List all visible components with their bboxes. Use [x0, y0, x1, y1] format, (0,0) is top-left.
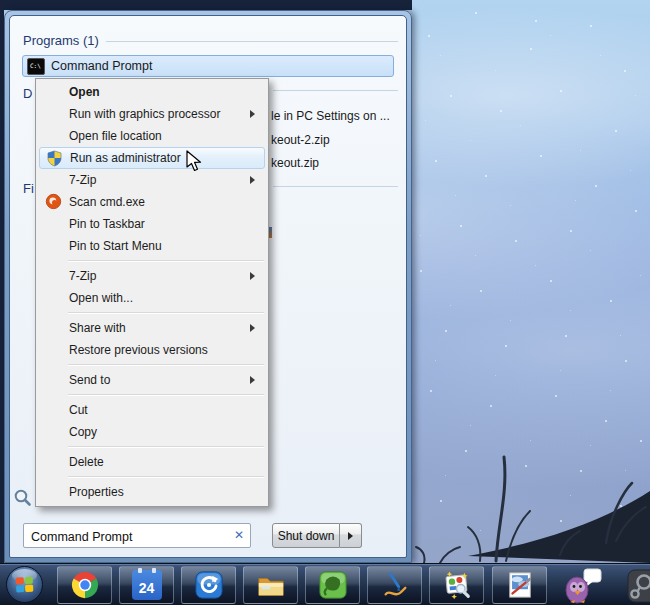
- menu-item-restore-previous-versions[interactable]: Restore previous versions: [39, 339, 265, 361]
- menu-item-cut[interactable]: Cut: [39, 399, 265, 421]
- chrome-icon: [70, 570, 100, 600]
- search-input[interactable]: [29, 525, 228, 548]
- menu-item-share-with[interactable]: Share with: [39, 317, 265, 339]
- taskbar: 24: [0, 563, 650, 605]
- menu-item-open-file-location[interactable]: Open file location: [39, 125, 265, 147]
- uac-shield-icon: [46, 150, 63, 167]
- shutdown-options-button[interactable]: [340, 523, 362, 548]
- context-menu: Open Run with graphics processor Open fi…: [35, 78, 269, 507]
- menu-item-run-as-administrator[interactable]: Run as administrator: [39, 147, 265, 169]
- windows-logo-icon: [15, 576, 34, 593]
- search-box[interactable]: ✕: [23, 523, 251, 548]
- calendar-icon: 24: [132, 570, 162, 600]
- taskbar-app-evernote[interactable]: [305, 566, 360, 604]
- menu-item-pin-to-taskbar[interactable]: Pin to Taskbar: [39, 213, 265, 235]
- files-section-header-fragment: Fi: [23, 181, 34, 196]
- section-divider: [273, 90, 398, 91]
- taskbar-app-photo-editor[interactable]: [429, 566, 484, 604]
- right-arrow-icon: [348, 532, 353, 540]
- see-more-results-magnifier-icon[interactable]: [13, 488, 32, 507]
- section-divider: [273, 186, 398, 187]
- command-prompt-icon: C:\: [27, 58, 45, 75]
- photo-viewer-icon: [506, 570, 534, 600]
- menu-item-properties[interactable]: Properties: [39, 481, 265, 503]
- photo-wand-icon: [442, 570, 472, 600]
- programs-section-header: Programs (1): [23, 33, 99, 48]
- menu-item-delete[interactable]: Delete: [39, 451, 265, 473]
- search-result-partial[interactable]: keout-2.zip: [271, 133, 330, 147]
- menu-separator: [68, 260, 264, 262]
- section-divider: [106, 41, 398, 42]
- taskbar-app-chrome[interactable]: [57, 566, 112, 604]
- taskbar-app-pidgin[interactable]: [560, 568, 604, 604]
- svg-text:C:\: C:\: [30, 62, 41, 69]
- shutdown-button-group: Shut down: [272, 523, 362, 548]
- menu-item-scan-cmd[interactable]: Scan cmd.exe: [39, 191, 265, 213]
- background-window-edge: [0, 0, 412, 10]
- pidgin-penguin-icon: [560, 568, 604, 604]
- grass-silhouette: [410, 423, 650, 563]
- search-result-partial[interactable]: keout.zip: [271, 156, 319, 170]
- search-result-command-prompt[interactable]: C:\ Command Prompt: [22, 55, 394, 77]
- steam-icon: [627, 568, 650, 604]
- menu-separator: [68, 476, 264, 478]
- search-result-partial[interactable]: le in PC Settings on ...: [271, 109, 390, 123]
- menu-item-label: Scan cmd.exe: [69, 195, 145, 209]
- evernote-elephant-icon: [318, 570, 348, 600]
- menu-separator: [68, 312, 264, 314]
- menu-item-send-to[interactable]: Send to: [39, 369, 265, 391]
- taskbar-app-calendar[interactable]: 24: [119, 566, 174, 604]
- taskbar-app-explorer[interactable]: [243, 566, 298, 604]
- mouse-cursor: [186, 150, 208, 174]
- folder-icon: [256, 571, 286, 599]
- menu-item-copy[interactable]: Copy: [39, 421, 265, 443]
- pen-icon: [380, 570, 410, 600]
- menu-separator: [68, 394, 264, 396]
- circular-arrow-icon: [194, 570, 224, 600]
- taskbar-app-photo-viewer[interactable]: [492, 566, 547, 604]
- adaware-scan-icon: [45, 193, 62, 210]
- taskbar-app-pen-notes[interactable]: [367, 566, 422, 604]
- start-button[interactable]: [6, 566, 43, 603]
- result-label: Command Prompt: [51, 59, 152, 73]
- menu-item-7zip-top[interactable]: 7-Zip: [39, 169, 265, 191]
- menu-separator: [68, 446, 264, 448]
- menu-separator: [68, 364, 264, 366]
- menu-item-7zip[interactable]: 7-Zip: [39, 265, 265, 287]
- menu-item-open[interactable]: Open: [39, 81, 265, 103]
- taskbar-app-sync[interactable]: [181, 566, 236, 604]
- clear-search-icon[interactable]: ✕: [234, 528, 244, 542]
- search-row: ✕ Shut down: [23, 523, 398, 550]
- taskbar-app-steam[interactable]: [627, 568, 650, 604]
- menu-item-open-with[interactable]: Open with...: [39, 287, 265, 309]
- shutdown-button[interactable]: Shut down: [272, 523, 340, 548]
- documents-section-header-fragment: D: [23, 86, 32, 101]
- calendar-day: 24: [139, 580, 155, 600]
- menu-item-label: Run as administrator: [70, 151, 181, 165]
- menu-item-run-with-graphics-processor[interactable]: Run with graphics processor: [39, 103, 265, 125]
- menu-item-pin-to-start-menu[interactable]: Pin to Start Menu: [39, 235, 265, 257]
